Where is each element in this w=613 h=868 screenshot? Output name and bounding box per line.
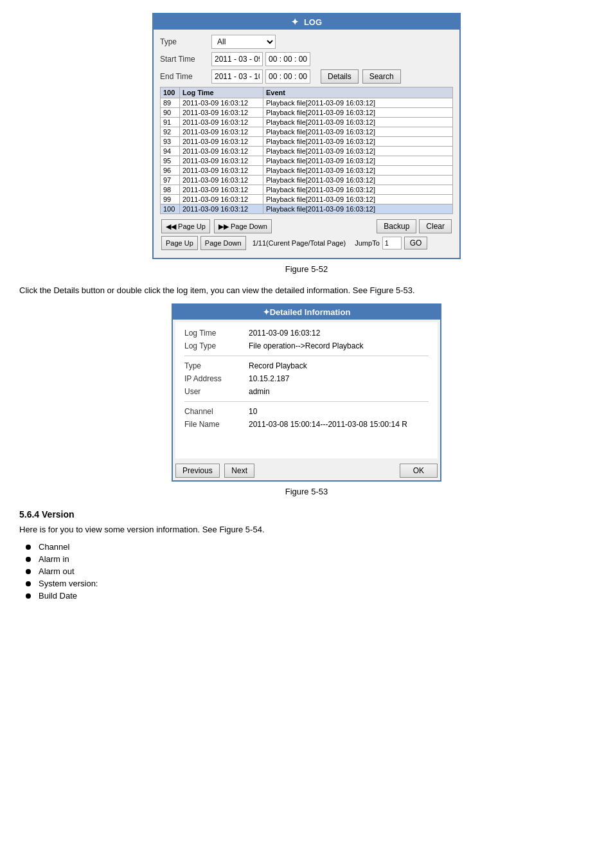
next-button[interactable]: Next [224, 464, 254, 478]
detail-channel-value: 10 [249, 407, 257, 416]
end-time-label: End Time [160, 72, 211, 81]
jumpto-input[interactable] [382, 237, 402, 249]
detail-log-type-label: Log Type [184, 341, 249, 350]
detail-log-time-label: Log Time [184, 329, 249, 338]
detail-channel-row: Channel 10 [184, 407, 429, 416]
bullet-icon [26, 569, 31, 574]
row-event: Playback file[2011-03-09 16:03:12] [263, 204, 453, 214]
table-row[interactable]: 92 2011-03-09 16:03:12 Playback file[201… [161, 127, 453, 137]
start-time-input[interactable] [265, 52, 310, 66]
row-event: Playback file[2011-03-09 16:03:12] [263, 185, 453, 195]
bullet-icon [26, 545, 31, 550]
row-event: Playback file[2011-03-09 16:03:12] [263, 156, 453, 166]
start-time-row: Start Time [160, 52, 453, 66]
list-item: Alarm in [26, 554, 594, 564]
col-num-header: 100 [161, 87, 180, 98]
row-num: 91 [161, 118, 180, 127]
detail-log-time-row: Log Time 2011-03-09 16:03:12 [184, 329, 429, 338]
table-row[interactable]: 96 2011-03-09 16:03:12 Playback file[201… [161, 166, 453, 176]
row-event: Playback file[2011-03-09 16:03:12] [263, 166, 453, 176]
detail-divider2 [184, 401, 429, 402]
detail-footer-left: Previous Next [175, 464, 254, 478]
detail-ip-value: 10.15.2.187 [249, 374, 289, 383]
log-panel-header: ✦ LOG [154, 14, 459, 30]
detail-panel-body: Log Time 2011-03-09 16:03:12 Log Type Fi… [175, 322, 438, 458]
table-row[interactable]: 95 2011-03-09 16:03:12 Playback file[201… [161, 156, 453, 166]
page-down-button[interactable]: Page Down [200, 236, 246, 250]
row-event: Playback file[2011-03-09 16:03:12] [263, 98, 453, 108]
page-up-nav-button[interactable]: ◀◀ Page Up [161, 219, 210, 233]
section-desc: Here is for you to view some version inf… [19, 523, 594, 536]
row-time: 2011-03-09 16:03:12 [180, 108, 263, 118]
end-time-input[interactable] [265, 69, 310, 84]
log-icon: ✦ [291, 17, 299, 27]
row-event: Playback file[2011-03-09 16:03:12] [263, 118, 453, 127]
row-num: 100 [161, 204, 180, 214]
detail-ip-label: IP Address [184, 374, 249, 383]
log-table: 100 Log Time Event 89 2011-03-09 16:03:1… [160, 87, 453, 214]
row-event: Playback file[2011-03-09 16:03:12] [263, 176, 453, 185]
page-info: 1/11(Curent Page/Total Page) [253, 239, 346, 247]
table-row[interactable]: 94 2011-03-09 16:03:12 Playback file[201… [161, 147, 453, 156]
log-title: LOG [304, 17, 322, 27]
type-label: Type [160, 37, 211, 46]
bullet-icon [26, 557, 31, 562]
detail-log-type-value: File operation-->Record Playback [249, 341, 363, 350]
row-time: 2011-03-09 16:03:12 [180, 166, 263, 176]
list-item-text: System version: [39, 579, 98, 588]
table-row[interactable]: 93 2011-03-09 16:03:12 Playback file[201… [161, 137, 453, 147]
clear-button[interactable]: Clear [419, 219, 452, 233]
detail-divider1 [184, 356, 429, 356]
detail-type-label: Type [184, 361, 249, 370]
jumpto-label: JumpTo [355, 239, 380, 247]
start-date-input[interactable] [211, 52, 263, 66]
table-row[interactable]: 89 2011-03-09 16:03:12 Playback file[201… [161, 98, 453, 108]
row-num: 90 [161, 108, 180, 118]
detail-icon: ✦ [263, 307, 270, 317]
row-event: Playback file[2011-03-09 16:03:12] [263, 195, 453, 204]
detail-channel-label: Channel [184, 407, 249, 416]
row-time: 2011-03-09 16:03:12 [180, 118, 263, 127]
detail-panel-header: ✦ Detailed Information [173, 305, 440, 320]
section-heading: 5.6.4 Version [19, 509, 594, 520]
table-row[interactable]: 100 2011-03-09 16:03:12 Playback file[20… [161, 204, 453, 214]
detail-filename-row: File Name 2011-03-08 15:00:14---2011-03-… [184, 420, 429, 429]
end-date-input[interactable] [211, 69, 263, 84]
previous-button[interactable]: Previous [175, 464, 220, 478]
bullet-icon [26, 593, 31, 599]
search-button[interactable]: Search [362, 69, 401, 84]
row-event: Playback file[2011-03-09 16:03:12] [263, 108, 453, 118]
list-item-text: Build Date [39, 591, 77, 601]
table-row[interactable]: 97 2011-03-09 16:03:12 Playback file[201… [161, 176, 453, 185]
detail-user-label: User [184, 387, 249, 396]
row-num: 99 [161, 195, 180, 204]
row-time: 2011-03-09 16:03:12 [180, 147, 263, 156]
detail-type-value: Record Playback [249, 361, 307, 370]
detail-ip-row: IP Address 10.15.2.187 [184, 374, 429, 383]
ok-button[interactable]: OK [400, 464, 438, 478]
table-row[interactable]: 90 2011-03-09 16:03:12 Playback file[201… [161, 108, 453, 118]
detail-log-type-row: Log Type File operation-->Record Playbac… [184, 341, 429, 350]
go-button[interactable]: GO [404, 237, 428, 249]
row-num: 95 [161, 156, 180, 166]
table-row[interactable]: 99 2011-03-09 16:03:12 Playback file[201… [161, 195, 453, 204]
bullet-list: ChannelAlarm inAlarm outSystem version:B… [26, 542, 594, 601]
type-row: Type All [160, 35, 453, 49]
page-down-nav-button[interactable]: ▶▶ Page Down [214, 219, 272, 233]
table-row[interactable]: 91 2011-03-09 16:03:12 Playback file[201… [161, 118, 453, 127]
row-event: Playback file[2011-03-09 16:03:12] [263, 137, 453, 147]
detail-user-row: User admin [184, 387, 429, 396]
row-time: 2011-03-09 16:03:12 [180, 185, 263, 195]
row-num: 98 [161, 185, 180, 195]
page-action-right: Backup Clear [377, 219, 452, 233]
table-row[interactable]: 98 2011-03-09 16:03:12 Playback file[201… [161, 185, 453, 195]
row-event: Playback file[2011-03-09 16:03:12] [263, 147, 453, 156]
backup-button[interactable]: Backup [377, 219, 416, 233]
bullet-icon [26, 581, 31, 586]
page-up-button[interactable]: Page Up [161, 236, 198, 250]
type-select[interactable]: All [211, 35, 276, 49]
log-footer: ◀◀ Page Up ▶▶ Page Down Backup Clear [160, 217, 453, 236]
details-button[interactable]: Details [321, 69, 359, 84]
row-time: 2011-03-09 16:03:12 [180, 127, 263, 137]
end-time-row: End Time Details Search [160, 69, 453, 84]
